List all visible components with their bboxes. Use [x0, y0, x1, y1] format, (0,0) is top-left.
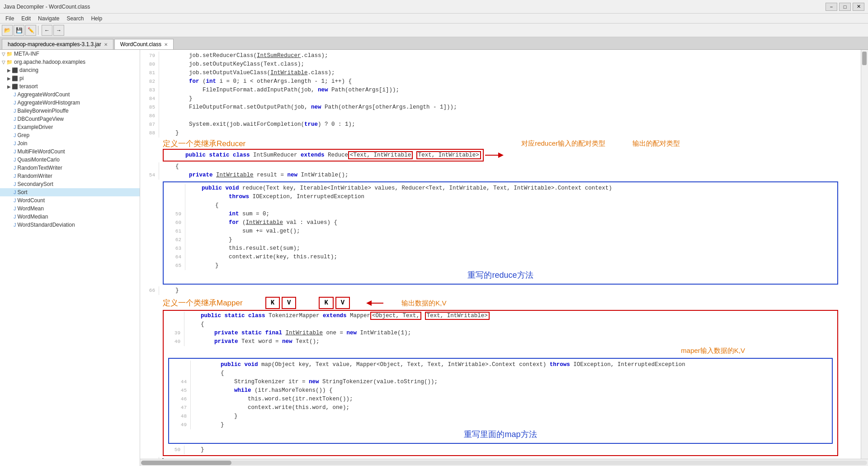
sidebar-label-multifilewc: MultiFileWordCount [18, 148, 65, 155]
code-line-65: 65 } [166, 262, 835, 270]
sidebar-item-multifilewc[interactable]: ▶ J MultiFileWordCount [0, 147, 140, 156]
sidebar-label-join: Join [18, 140, 28, 147]
menu-bar: File Edit Navigate Search Help [0, 14, 868, 24]
sidebar-item-dancing[interactable]: ▶ ⬛ dancing [0, 66, 140, 74]
annotation-mapper-input-kv: maper输入数据的K,V [681, 347, 745, 354]
title-text: Java Decompiler - WordCount.class [4, 4, 90, 10]
toolbar: 📂 💾 ✏️ ← → [0, 24, 868, 37]
toolbar-forward[interactable]: → [53, 25, 64, 36]
sidebar-label-randomtextwriter: RandomTextWriter [18, 165, 62, 171]
kv-k2: K [319, 297, 333, 309]
window-controls: − □ ✕ [826, 3, 864, 11]
code-area: 79 job.setReducerClass(IntSumReducer.cla… [140, 50, 868, 466]
sidebar-item-wordcount[interactable]: ▶ J WordCount [0, 196, 140, 204]
menu-file[interactable]: File [2, 14, 18, 23]
code-line-throws1: throws IOException, InterruptedException [166, 193, 835, 201]
code-line-80: 80 job.setOutputKeyClass(Text.class); [140, 60, 861, 69]
toolbar-save[interactable]: 💾 [14, 25, 24, 36]
sidebar-item-secondarysort[interactable]: ▶ J SecondarySort [0, 180, 140, 188]
code-line-81: 81 job.setOutputValueClass(IntWritable.c… [140, 69, 861, 77]
code-line-mapper-open: { [165, 320, 835, 329]
code-line-62: 62 } [166, 236, 835, 244]
menu-navigate[interactable]: Navigate [34, 14, 63, 23]
code-line-63: 63 this.result.set(sum); [166, 244, 835, 253]
sidebar-item-sort[interactable]: ▶ J Sort [0, 188, 140, 196]
sidebar-item-quasimontecarlo[interactable]: ▶ J QuasiMonteCarlo [0, 156, 140, 164]
sidebar-label-baileyborweinplouffe: BaileyBorweinPlouffe [18, 108, 69, 114]
tab-jar[interactable]: hadoop-mapreduce-examples-3.1.3.jar ✕ [2, 39, 113, 49]
menu-search[interactable]: Search [63, 14, 87, 23]
vertical-scrollbar[interactable] [861, 50, 868, 459]
sidebar-item-meta-inf[interactable]: ▽ 📁 META-INF [0, 50, 140, 58]
code-line-61: 61 sum += val.get(); [166, 227, 835, 236]
sidebar-item-randomtextwriter[interactable]: ▶ J RandomTextWriter [0, 164, 140, 172]
code-line-44: 44 StringTokenizer itr = new StringToken… [172, 378, 829, 386]
minimize-button[interactable]: − [826, 3, 837, 11]
sidebar-label-randomwriter: RandomWriter [18, 173, 52, 179]
sidebar-item-org[interactable]: ▽ 📁 org.apache.hadoop.examples [0, 58, 140, 66]
kv-k1: K [265, 297, 280, 309]
sidebar-item-aggregatewordcount[interactable]: ▶ J AggregateWordCount [0, 90, 140, 99]
code-line-map-sig: public void map(Object key, Text value, … [172, 361, 829, 369]
code-line-83: 83 FileInputFormat.addInputPath(job, new… [140, 86, 861, 95]
scrollbar-track[interactable] [141, 461, 867, 465]
code-content[interactable]: 79 job.setReducerClass(IntSumReducer.cla… [140, 50, 861, 459]
code-line-45: 45 while (itr.hasMoreTokens()) { [172, 386, 829, 395]
sidebar-item-dbcountpageview[interactable]: ▶ J DBCountPageView [0, 115, 140, 123]
sidebar-item-grep[interactable]: ▶ J Grep [0, 131, 140, 139]
annotation-output-kv: 输出数据的K,V [401, 299, 446, 307]
tab-wordcount-label: WordCount.class [120, 41, 161, 48]
sidebar-label-meta-inf: META-INF [14, 51, 39, 57]
code-line-reduce-open: { [166, 201, 835, 210]
toolbar-separator [38, 26, 40, 35]
close-button[interactable]: ✕ [853, 3, 864, 11]
sidebar-item-wordmedian[interactable]: ▶ J WordMedian [0, 213, 140, 221]
code-line-reduce-sig: public void reduce(Text key, Iterable<In… [166, 184, 835, 193]
sidebar-item-aggregatewordhistogram[interactable]: ▶ J AggregateWordHistogram [0, 99, 140, 107]
code-line-84: 84 } [140, 95, 861, 103]
kv-v1: V [282, 297, 296, 309]
code-line-54: 54 private IntWritable result = new IntW… [140, 171, 861, 180]
sidebar-label-secondarysort: SecondarySort [18, 181, 53, 187]
code-line-87: 87 System.exit(job.waitForCompletion(tru… [140, 120, 861, 129]
sidebar-item-terasort[interactable]: ▶ ⬛ terasort [0, 82, 140, 90]
main-area: ▽ 📁 META-INF ▽ 📁 org.apache.hadoop.examp… [0, 50, 868, 466]
menu-help[interactable]: Help [87, 14, 106, 23]
tab-jar-close[interactable]: ✕ [104, 42, 108, 47]
code-line-40: 40 private Text word = new Text(); [165, 338, 835, 346]
toolbar-open[interactable]: 📂 [2, 25, 13, 36]
code-line-47: 47 context.write(this.word, one); [172, 404, 829, 412]
sidebar-item-randomwriter[interactable]: ▶ J RandomWriter [0, 172, 140, 180]
sidebar-label-dbcountpageview: DBCountPageView [18, 116, 64, 122]
code-line-64: 64 context.write(key, this.result); [166, 253, 835, 262]
sidebar-item-wordstddev[interactable]: ▶ J WordStandardDeviation [0, 221, 140, 229]
menu-edit[interactable]: Edit [18, 14, 34, 23]
sidebar-item-pi[interactable]: ▶ ⬛ pi [0, 74, 140, 82]
sidebar-label-terasort: terasort [19, 83, 38, 90]
sidebar-item-baileyborweinplouffe[interactable]: ▶ J BaileyBorweinPlouffe [0, 107, 140, 115]
toolbar-back[interactable]: ← [42, 25, 52, 36]
toolbar-edit[interactable]: ✏️ [25, 25, 36, 36]
code-line-91: { [140, 162, 861, 171]
annotation-output-type: 输出的配对类型 [632, 139, 680, 147]
maximize-button[interactable]: □ [839, 3, 851, 11]
code-line-49: 49 } [172, 421, 829, 429]
tab-wordcount-close[interactable]: ✕ [164, 42, 168, 47]
sidebar-item-join[interactable]: ▶ J Join [0, 139, 140, 147]
annotation-rewrite-map: 重写里面的map方法 [464, 430, 537, 439]
tab-bar: hadoop-mapreduce-examples-3.1.3.jar ✕ Wo… [0, 37, 868, 50]
sidebar-item-exampledriver[interactable]: ▶ J ExampleDriver [0, 123, 140, 131]
scrollbar-thumb[interactable] [141, 461, 231, 465]
code-line-85: 85 FileOutputFormat.setOutputPath(job, n… [140, 103, 861, 112]
tab-wordcount[interactable]: WordCount.class ✕ [114, 39, 174, 49]
code-line-39: 39 private static final IntWritable one … [165, 329, 835, 338]
sidebar-item-wordmean[interactable]: ▶ J WordMean [0, 204, 140, 213]
sidebar-label-exampledriver: ExampleDriver [18, 124, 53, 130]
code-line-60: 60 for (IntWritable val : values) { [166, 219, 835, 227]
sidebar-label-dancing: dancing [19, 67, 38, 73]
sidebar-label-wordmean: WordMean [18, 205, 44, 212]
tab-jar-label: hadoop-mapreduce-examples-3.1.3.jar [8, 41, 101, 48]
code-scrollbar[interactable] [140, 459, 868, 466]
sidebar-label-wordstddev: WordStandardDeviation [18, 222, 75, 228]
sidebar[interactable]: ▽ 📁 META-INF ▽ 📁 org.apache.hadoop.examp… [0, 50, 140, 466]
